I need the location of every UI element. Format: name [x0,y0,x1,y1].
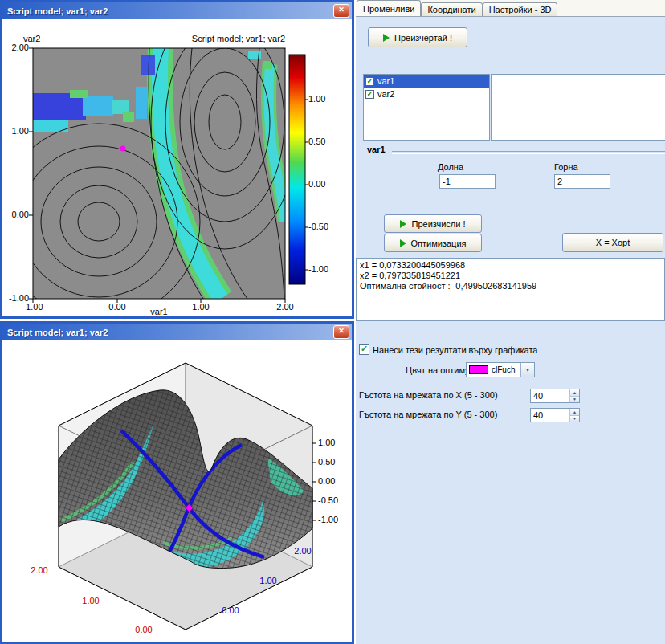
x-tick-label: 0.00 [135,625,152,634]
chevron-down-icon[interactable] [520,363,534,377]
xopt-button-label: X = Xopt [596,238,630,247]
surface-plot-area: 2.00 1.00 0.00 0.00 1.00 2.00 1.00 0.50 … [2,340,352,642]
surface-window-title: Script model; var1; var2 [7,328,333,337]
z-tick-label: 0.50 [318,457,335,467]
surface-window: Script model; var1; var2 [0,321,354,644]
variables-tab-page: Преизчертай ! var1 var2 var1 Долна Горна [356,17,665,644]
contour-plot-area: var2 Script model; var1; var2 2.00 1.00 … [2,19,352,316]
spin-up-icon[interactable] [570,409,579,416]
x-tick-label: 2.00 [276,302,293,312]
list-item-var1[interactable]: var1 [364,75,489,88]
spinner-buttons [569,409,579,422]
y-tick-label: 0.00 [12,210,29,219]
contour-window-title: Script model; var1; var2 [7,6,333,16]
list-item-label: var1 [377,76,394,86]
optimization-button-label: Оптимизация [411,238,467,248]
z-axis-tick-marks [312,443,316,520]
result-line-x1: x1 = 0,0733200445059968 [360,260,661,271]
x-tick-label: 1.00 [192,302,209,312]
tab-bar: Променливи Координати Настройки - 3D [356,0,665,17]
x-tick-label: 1.00 [82,596,99,605]
grid-density-x-label: Гъстота на мрежата по X (5 - 300) [359,390,498,400]
play-icon [400,239,406,247]
y-tick-label: 1.00 [259,576,276,585]
close-icon[interactable] [333,325,349,339]
spin-down-icon[interactable] [570,416,579,422]
surface-plot-canvas: 2.00 1.00 0.00 0.00 1.00 2.00 1.00 0.50 … [2,340,352,642]
grid-density-x-field[interactable] [531,389,569,402]
control-panel: Променливи Координати Настройки - 3D Пре… [356,0,665,644]
spin-up-icon[interactable] [570,389,579,397]
apply-results-label: Нанеси тези резултати върху графиката [373,345,537,355]
secondary-listbox[interactable] [491,74,665,141]
tab-variables[interactable]: Променливи [357,0,421,16]
tab-coordinates[interactable]: Координати [421,2,482,16]
z-tick-label: -0.50 [318,495,338,505]
color-name: clFuch [492,365,515,374]
colorbar-tick-label: 0.50 [308,137,325,146]
divider-line [392,151,665,154]
x-tick-label: 0.00 [108,302,125,312]
list-item-label: var2 [377,89,394,99]
redraw-button[interactable]: Преизчертай ! [368,27,467,47]
colorbar-tick-label: -1.00 [308,264,328,274]
contour-plot-canvas: var2 Script model; var1; var2 2.00 1.00 … [2,19,352,316]
lower-bound-label: Долна [438,162,463,172]
contour-window: Script model; var1; var2 [0,0,354,319]
upper-bound-field[interactable] [554,174,610,189]
spinner-buttons [569,389,579,402]
spin-down-icon[interactable] [570,397,579,403]
variables-listbox[interactable]: var1 var2 [363,74,490,141]
application-screen: Script model; var1; var2 [0,0,665,644]
play-icon [400,220,406,228]
grid-density-y-label: Гъстота на мрежата по Y (5 - 300) [359,410,497,419]
colorbar-tick-label: 1.00 [308,94,325,104]
redraw-button-label: Преизчертай ! [394,33,452,43]
optimum-color-combobox[interactable]: clFuch [466,362,535,377]
grid-density-y-field[interactable] [531,409,569,422]
y-tick-label: 1.00 [12,126,29,136]
grid-density-x-spinner[interactable] [530,389,580,403]
surface-window-titlebar[interactable]: Script model; var1; var2 [2,324,352,340]
checked-checkbox-icon[interactable] [365,77,374,86]
checked-checkbox-icon[interactable] [365,90,374,99]
optimization-button[interactable]: Оптимизация [384,234,482,252]
tab-settings-3d[interactable]: Настройки - 3D [483,2,558,16]
y-tick-label: 0.00 [222,605,239,615]
contour-window-titlebar[interactable]: Script model; var1; var2 [2,2,352,19]
y-tick-label: 2.00 [12,43,29,52]
close-icon[interactable] [333,4,349,18]
colorbar [289,55,305,284]
z-tick-label: 1.00 [318,438,335,447]
recalculate-button-label: Преизчисли ! [411,219,465,229]
plot-title: Script model; var1; var2 [192,34,285,43]
colorbar-tick-label: 0.00 [308,179,325,189]
z-tick-label: 0.00 [318,476,335,486]
play-icon [383,34,390,42]
colorbar-tick-label: -0.50 [308,222,328,231]
apply-results-checkbox[interactable] [359,344,369,355]
upper-bound-label: Горна [554,162,578,172]
z-tick-label: -1.00 [318,515,338,524]
y-tick-label: 2.00 [294,546,311,556]
grid-density-y-spinner[interactable] [530,408,580,422]
x-equals-xopt-button[interactable]: X = Xopt [562,233,663,252]
result-line-x2: x2 = 0,797335819451221 [360,271,661,281]
color-swatch [469,365,488,374]
x-tick-label: -1.00 [22,302,43,312]
selected-variable-label: var1 [367,145,386,154]
result-line-optimal-value: Оптимална стойност : -0,499502683141959 [360,281,661,291]
recalculate-button[interactable]: Преизчисли ! [384,214,482,233]
results-memo[interactable]: x1 = 0,0733200445059968 x2 = 0,797335819… [356,258,665,321]
x-tick-label: 2.00 [31,565,47,575]
lower-bound-field[interactable] [439,174,496,189]
list-item-var2[interactable]: var2 [364,88,489,100]
optimum-marker [120,146,126,152]
x-axis-label: var1 [150,307,167,316]
